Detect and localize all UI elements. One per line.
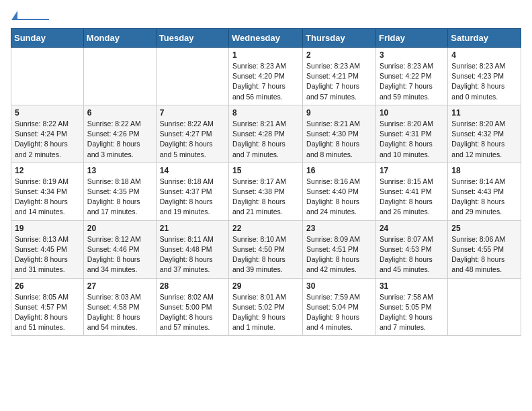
calendar-cell: 7Sunrise: 8:22 AM Sunset: 4:27 PM Daylig… (156, 105, 228, 163)
calendar-cell: 31Sunrise: 7:58 AM Sunset: 5:05 PM Dayli… (375, 278, 447, 336)
calendar-cell: 14Sunrise: 8:18 AM Sunset: 4:37 PM Dayli… (156, 163, 228, 220)
day-number: 29 (232, 281, 299, 291)
day-number: 14 (160, 166, 225, 175)
calendar-cell: 16Sunrise: 8:16 AM Sunset: 4:40 PM Dayli… (303, 163, 376, 220)
day-number: 18 (451, 166, 517, 175)
calendar-cell: 9Sunrise: 8:21 AM Sunset: 4:30 PM Daylig… (303, 105, 376, 163)
calendar-cell: 12Sunrise: 8:19 AM Sunset: 4:34 PM Dayli… (11, 163, 84, 220)
day-info: Sunrise: 8:17 AM Sunset: 4:38 PM Dayligh… (232, 177, 299, 218)
day-number: 31 (380, 281, 444, 291)
day-info: Sunrise: 8:23 AM Sunset: 4:21 PM Dayligh… (306, 61, 372, 102)
calendar-cell: 11Sunrise: 8:20 AM Sunset: 4:32 PM Dayli… (448, 105, 521, 163)
calendar-cell: 26Sunrise: 8:05 AM Sunset: 4:57 PM Dayli… (11, 278, 84, 336)
day-number: 19 (15, 224, 80, 233)
day-info: Sunrise: 8:23 AM Sunset: 4:20 PM Dayligh… (232, 61, 299, 102)
calendar-cell: 15Sunrise: 8:17 AM Sunset: 4:38 PM Dayli… (229, 163, 303, 220)
weekday-header-saturday: Saturday (448, 29, 521, 48)
day-number: 20 (87, 224, 152, 233)
weekday-header-monday: Monday (83, 29, 156, 48)
weekday-header-wednesday: Wednesday (229, 29, 303, 48)
calendar-cell: 1Sunrise: 8:23 AM Sunset: 4:20 PM Daylig… (229, 48, 303, 105)
day-number: 6 (87, 108, 152, 118)
calendar-cell: 10Sunrise: 8:20 AM Sunset: 4:31 PM Dayli… (375, 105, 447, 163)
calendar-cell: 18Sunrise: 8:14 AM Sunset: 4:43 PM Dayli… (448, 163, 521, 220)
day-number: 28 (160, 281, 225, 291)
day-info: Sunrise: 8:18 AM Sunset: 4:35 PM Dayligh… (87, 177, 152, 218)
day-info: Sunrise: 8:03 AM Sunset: 4:58 PM Dayligh… (87, 292, 152, 333)
day-number: 17 (380, 166, 444, 175)
calendar-week-row: 26Sunrise: 8:05 AM Sunset: 4:57 PM Dayli… (11, 278, 521, 336)
calendar-cell (448, 278, 521, 336)
day-number: 10 (380, 108, 444, 118)
day-number: 26 (15, 281, 80, 291)
weekday-header-friday: Friday (375, 29, 447, 48)
calendar-week-row: 5Sunrise: 8:22 AM Sunset: 4:24 PM Daylig… (11, 105, 521, 163)
day-number: 30 (306, 281, 372, 291)
calendar-week-row: 1Sunrise: 8:23 AM Sunset: 4:20 PM Daylig… (11, 48, 521, 105)
day-number: 11 (451, 108, 517, 118)
calendar-cell: 4Sunrise: 8:23 AM Sunset: 4:23 PM Daylig… (448, 48, 521, 105)
day-number: 21 (160, 224, 225, 233)
day-info: Sunrise: 8:21 AM Sunset: 4:28 PM Dayligh… (232, 119, 299, 160)
day-info: Sunrise: 8:05 AM Sunset: 4:57 PM Dayligh… (15, 292, 80, 333)
day-number: 3 (380, 50, 444, 60)
day-number: 7 (160, 108, 225, 118)
day-info: Sunrise: 8:21 AM Sunset: 4:30 PM Dayligh… (306, 119, 372, 160)
day-info: Sunrise: 8:06 AM Sunset: 4:55 PM Dayligh… (451, 234, 517, 275)
calendar-body: 1Sunrise: 8:23 AM Sunset: 4:20 PM Daylig… (11, 48, 521, 336)
calendar-cell: 21Sunrise: 8:11 AM Sunset: 4:48 PM Dayli… (156, 220, 228, 278)
day-info: Sunrise: 8:01 AM Sunset: 5:02 PM Dayligh… (232, 292, 299, 333)
calendar-cell: 29Sunrise: 8:01 AM Sunset: 5:02 PM Dayli… (229, 278, 303, 336)
day-info: Sunrise: 8:19 AM Sunset: 4:34 PM Dayligh… (15, 177, 80, 218)
calendar-cell (11, 48, 84, 105)
calendar-cell: 20Sunrise: 8:12 AM Sunset: 4:46 PM Dayli… (83, 220, 156, 278)
day-number: 13 (87, 166, 152, 175)
day-info: Sunrise: 7:59 AM Sunset: 5:04 PM Dayligh… (306, 292, 372, 333)
calendar-table: SundayMondayTuesdayWednesdayThursdayFrid… (11, 28, 521, 336)
day-info: Sunrise: 8:15 AM Sunset: 4:41 PM Dayligh… (380, 177, 444, 218)
calendar-cell: 24Sunrise: 8:07 AM Sunset: 4:53 PM Dayli… (375, 220, 447, 278)
day-info: Sunrise: 8:22 AM Sunset: 4:27 PM Dayligh… (160, 119, 225, 160)
day-info: Sunrise: 8:07 AM Sunset: 4:53 PM Dayligh… (380, 234, 444, 275)
day-number: 27 (87, 281, 152, 291)
day-info: Sunrise: 8:13 AM Sunset: 4:45 PM Dayligh… (15, 234, 80, 275)
calendar-cell: 6Sunrise: 8:22 AM Sunset: 4:26 PM Daylig… (83, 105, 156, 163)
day-number: 4 (451, 50, 517, 60)
calendar-week-row: 19Sunrise: 8:13 AM Sunset: 4:45 PM Dayli… (11, 220, 521, 278)
day-info: Sunrise: 7:58 AM Sunset: 5:05 PM Dayligh… (380, 292, 444, 333)
day-info: Sunrise: 8:12 AM Sunset: 4:46 PM Dayligh… (87, 234, 152, 275)
day-number: 16 (306, 166, 372, 175)
calendar-cell: 27Sunrise: 8:03 AM Sunset: 4:58 PM Dayli… (83, 278, 156, 336)
calendar-cell: 25Sunrise: 8:06 AM Sunset: 4:55 PM Dayli… (448, 220, 521, 278)
weekday-header-sunday: Sunday (11, 29, 84, 48)
calendar-cell: 23Sunrise: 8:09 AM Sunset: 4:51 PM Dayli… (303, 220, 376, 278)
day-number: 8 (232, 108, 299, 118)
day-number: 2 (306, 50, 372, 60)
calendar-cell: 17Sunrise: 8:15 AM Sunset: 4:41 PM Dayli… (375, 163, 447, 220)
calendar-cell: 28Sunrise: 8:02 AM Sunset: 5:00 PM Dayli… (156, 278, 228, 336)
weekday-header-thursday: Thursday (303, 29, 376, 48)
day-info: Sunrise: 8:16 AM Sunset: 4:40 PM Dayligh… (306, 177, 372, 218)
weekday-header-tuesday: Tuesday (156, 29, 228, 48)
day-info: Sunrise: 8:22 AM Sunset: 4:24 PM Dayligh… (15, 119, 80, 160)
calendar-cell: 19Sunrise: 8:13 AM Sunset: 4:45 PM Dayli… (11, 220, 84, 278)
calendar-cell: 5Sunrise: 8:22 AM Sunset: 4:24 PM Daylig… (11, 105, 84, 163)
page-header (11, 11, 521, 20)
calendar-cell: 2Sunrise: 8:23 AM Sunset: 4:21 PM Daylig… (303, 48, 376, 105)
day-info: Sunrise: 8:20 AM Sunset: 4:31 PM Dayligh… (380, 119, 444, 160)
day-number: 15 (232, 166, 299, 175)
calendar-cell: 8Sunrise: 8:21 AM Sunset: 4:28 PM Daylig… (229, 105, 303, 163)
day-info: Sunrise: 8:02 AM Sunset: 5:00 PM Dayligh… (160, 292, 225, 333)
day-number: 9 (306, 108, 372, 118)
day-info: Sunrise: 8:22 AM Sunset: 4:26 PM Dayligh… (87, 119, 152, 160)
calendar-cell: 3Sunrise: 8:23 AM Sunset: 4:22 PM Daylig… (375, 48, 447, 105)
day-info: Sunrise: 8:09 AM Sunset: 4:51 PM Dayligh… (306, 234, 372, 275)
calendar-cell: 13Sunrise: 8:18 AM Sunset: 4:35 PM Dayli… (83, 163, 156, 220)
calendar-week-row: 12Sunrise: 8:19 AM Sunset: 4:34 PM Dayli… (11, 163, 521, 220)
calendar-header-row: SundayMondayTuesdayWednesdayThursdayFrid… (11, 29, 521, 48)
day-number: 1 (232, 50, 299, 60)
day-info: Sunrise: 8:23 AM Sunset: 4:22 PM Dayligh… (380, 61, 444, 102)
day-number: 12 (15, 166, 80, 175)
day-info: Sunrise: 8:20 AM Sunset: 4:32 PM Dayligh… (451, 119, 517, 160)
day-info: Sunrise: 8:11 AM Sunset: 4:48 PM Dayligh… (160, 234, 225, 275)
